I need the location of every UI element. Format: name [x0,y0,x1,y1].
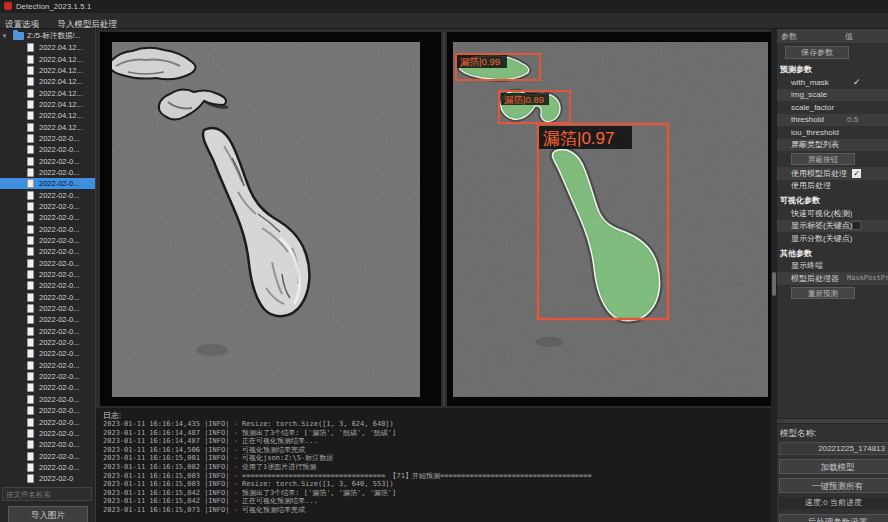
tree-item[interactable]: 2022.04.12... [0,121,95,132]
param-section-header: 预测参数 [777,61,888,76]
param-row[interactable]: iou_threshold [777,126,888,139]
file-icon [27,100,34,109]
tree-item[interactable]: 2022-02-0... [0,155,95,166]
load-model-button[interactable]: 加载模型 [779,459,888,474]
tree-item[interactable]: 2022-02-0... [0,201,95,212]
param-row[interactable]: with_mask✓ [777,76,888,89]
file-icon [27,225,34,234]
predict-all-button[interactable]: 一键预测所有 [779,478,888,493]
model-section: 模型名称: 20221225_174813 加载模型 一键预测所有 速度:0 当… [777,418,888,522]
param-button[interactable]: 重新预测 [791,287,855,299]
tree-item[interactable]: 2022-02-0... [0,439,95,450]
param-row[interactable]: 使用后处理 [777,180,888,193]
caret-down-icon[interactable]: ▼ [0,33,9,39]
tree-root[interactable]: ▼ Z:/5-标注数据/... [0,30,95,42]
tree-item-label: 2022-02-0... [39,225,79,234]
param-label: with_mask [791,78,829,87]
model-name-field[interactable]: 20221225_174813 [779,442,888,455]
tree-item[interactable]: 2022-02-0 [0,473,95,484]
param-row[interactable]: scale_factor [777,101,888,114]
params-table-header: 参数 值 [777,29,888,43]
file-icon [27,259,34,268]
file-icon [27,66,34,75]
param-row[interactable]: 显示标签(关键点) [777,220,888,233]
tree-item[interactable]: 2022-02-0... [0,405,95,416]
file-icon [27,406,34,415]
tree-item[interactable]: 2022-02-0... [0,348,95,359]
viewport-splitter[interactable] [443,32,445,406]
file-icon [27,361,34,370]
tree-item[interactable]: 2022-02-0... [0,178,95,189]
file-icon [27,315,34,324]
save-params-button[interactable]: 保存参数 [785,46,849,59]
param-button[interactable]: 屏蔽按钮 [791,153,855,165]
tree-item[interactable]: 2022-02-0... [0,326,95,337]
tree-item[interactable]: 2022.04.12... [0,42,95,53]
file-icon [27,463,34,472]
tree-item[interactable]: 2022-02-0... [0,337,95,348]
log-line: 2023-01-11 16:16:15,003 |INFO| - Resize:… [103,480,771,489]
param-row[interactable]: 屏蔽类型列表 [777,139,888,152]
param-row[interactable]: 使用模型后处理✓ [777,167,888,180]
file-icon [27,111,34,120]
tree-item[interactable]: 2022.04.12... [0,53,95,64]
tree-item[interactable]: 2022.04.12... [0,110,95,121]
tree-item[interactable]: 2022-02-0... [0,416,95,427]
tree-item[interactable]: 2022-02-0... [0,462,95,473]
detection-label-3: 漏箔|0.97 [543,129,615,148]
tree-item[interactable]: 2022-02-0... [0,133,95,144]
tree-item[interactable]: 2022-02-0... [0,382,95,393]
import-images-button[interactable]: 导入图片 [8,506,88,522]
file-icon [27,474,34,483]
tree-item[interactable]: 2022-02-0... [0,292,95,303]
param-label: iou_threshold [791,128,839,137]
param-row[interactable]: 显示分数(关键点) [777,232,888,245]
tree-item[interactable]: 2022.04.12... [0,76,95,87]
tree-item[interactable]: 2022.04.12... [0,65,95,76]
tree-item[interactable]: 2022-02-0... [0,450,95,461]
param-row[interactable]: 显示终端 [777,260,888,273]
tree-item[interactable]: 2022-02-0... [0,189,95,200]
tree-item[interactable]: 2022-02-0... [0,235,95,246]
tree-item[interactable]: 2022-02-0... [0,314,95,325]
file-icon [27,236,34,245]
file-icon [27,89,34,98]
tree-item-label: 2022-02-0... [39,349,79,358]
tree-item[interactable]: 2022.04.12... [0,87,95,98]
tree-item[interactable]: 2022-02-0... [0,303,95,314]
param-row[interactable]: threshold0.5 [777,114,888,127]
model-name-label: 模型名称: [777,424,888,442]
menu-bar: 设置选项 导入模型后处理 [0,13,888,29]
tree-item[interactable]: 2022.04.12... [0,99,95,110]
checkbox-unchecked[interactable] [852,221,861,230]
param-row[interactable]: 快速可视化(检测) [777,207,888,220]
tree-item[interactable]: 2022-02-0... [0,371,95,382]
tree-item[interactable]: 2022-02-0... [0,224,95,235]
tree-item[interactable]: 2022-02-0... [0,167,95,178]
tree-item[interactable]: 2022-02-0... [0,360,95,371]
tree-item[interactable]: 2022-02-0... [0,144,95,155]
tree-item[interactable]: 2022-02-0... [0,428,95,439]
filename-search-input[interactable] [2,487,92,501]
tree-item-label: 2022-02-0... [39,179,79,188]
tree-item[interactable]: 2022-02-0... [0,394,95,405]
tree-item[interactable]: 2022-02-0... [0,246,95,257]
file-icon [27,338,34,347]
original-image [112,42,420,397]
tree-item-label: 2022-02-0... [39,213,79,222]
file-icon [27,440,34,449]
checkbox-checked[interactable]: ✓ [852,169,861,178]
param-row[interactable]: 模型后处理器MaskPostPro [777,272,888,285]
param-row[interactable]: img_scale [777,89,888,102]
tree-item[interactable]: 2022-02-0... [0,258,95,269]
params-scrollbar-thumb[interactable] [772,272,776,296]
tree-item[interactable]: 2022-02-0... [0,280,95,291]
postprocess-settings-button[interactable]: 后处理参数设置 [779,514,888,522]
param-label: 显示终端 [791,260,823,271]
log-line: 2023-01-11 16:16:15,042 |INFO| - 正在可视化预测… [103,497,771,506]
tree-item-label: 2022-02-0... [39,259,79,268]
file-icon [27,55,34,64]
params-sections: 预测参数with_mask✓img_scalescale_factorthres… [777,61,888,299]
tree-item[interactable]: 2022-02-0... [0,269,95,280]
tree-item[interactable]: 2022-02-0... [0,212,95,223]
